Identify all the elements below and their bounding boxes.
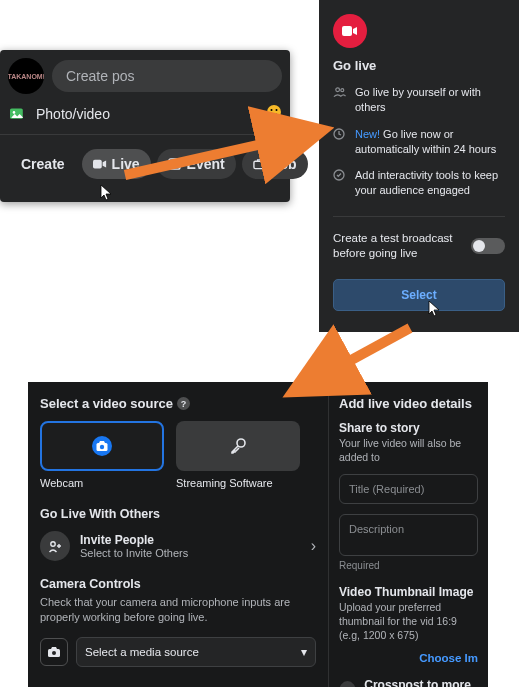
- create-post-panel: TAKANOMI Create pos Photo/video Create L…: [0, 50, 290, 202]
- live-badge-icon: [333, 14, 367, 48]
- svg-point-16: [100, 445, 104, 449]
- svg-point-20: [52, 651, 56, 655]
- select-source-title: Select a video source ?: [40, 396, 316, 411]
- live-setup-panel: Select a video source ? Webcam Streaming…: [28, 382, 488, 687]
- invite-sub: Select to Invite Others: [80, 547, 301, 559]
- tab-create: Create: [10, 149, 76, 179]
- create-post-input[interactable]: Create pos: [52, 60, 282, 92]
- new-tag: New!: [355, 128, 380, 140]
- svg-rect-6: [169, 159, 180, 169]
- svg-rect-9: [342, 26, 352, 36]
- thumbnail-title: Video Thumbnail Image: [339, 585, 478, 599]
- description-input[interactable]: Description: [339, 514, 478, 556]
- share-story-title: Share to story: [339, 421, 478, 435]
- page-avatar[interactable]: TAKANOMI: [8, 58, 44, 94]
- media-source-select[interactable]: Select a media source ▾: [76, 637, 316, 667]
- tab-job[interactable]: Job: [242, 149, 308, 179]
- tab-event[interactable]: Event: [157, 149, 236, 179]
- svg-rect-8: [254, 161, 265, 168]
- thumbnail-desc: Upload your preferred thumbnail for the …: [339, 601, 478, 642]
- svg-point-10: [336, 88, 340, 92]
- people-icon: [333, 85, 347, 115]
- title-input[interactable]: Title (Required): [339, 474, 478, 504]
- feature-row-3: Add interactivity tools to keep your aud…: [333, 168, 505, 198]
- calendar-icon: [168, 157, 182, 171]
- source-webcam[interactable]: [40, 421, 164, 471]
- svg-point-1: [13, 111, 16, 114]
- crosspost-row[interactable]: Crosspost to more Pages: [339, 678, 478, 687]
- invite-people-row[interactable]: Invite People Select to Invite Others ›: [40, 531, 316, 561]
- source-streaming[interactable]: [176, 421, 300, 471]
- svg-point-3: [271, 109, 273, 111]
- camera-controls-title: Camera Controls: [40, 577, 316, 591]
- svg-point-4: [276, 109, 278, 111]
- choose-image-button[interactable]: Choose Im: [339, 652, 478, 664]
- camera-icon: [91, 435, 113, 457]
- feature-row-1: Go live by yourself or with others: [333, 85, 505, 115]
- select-button[interactable]: Select: [333, 279, 505, 311]
- invite-title: Invite People: [80, 533, 301, 547]
- svg-line-22: [300, 328, 410, 388]
- avatar-text: TAKANOMI: [8, 73, 44, 80]
- invite-icon: [40, 531, 70, 561]
- test-broadcast-toggle[interactable]: [471, 238, 505, 254]
- tab-live[interactable]: Live: [82, 149, 151, 179]
- help-icon[interactable]: ?: [177, 397, 190, 410]
- test-broadcast-label: Create a test broadcast before going liv…: [333, 231, 463, 261]
- crosspost-label: Crosspost to more Pages: [364, 678, 478, 687]
- svg-rect-5: [93, 160, 102, 169]
- svg-point-18: [50, 541, 54, 545]
- feeling-icon[interactable]: [266, 104, 282, 124]
- tools-icon: [333, 168, 347, 198]
- feature-2-text: New! Go live now or automatically within…: [355, 127, 505, 157]
- crosspost-icon: [339, 681, 356, 687]
- go-live-panel: Go live Go live by yourself or with othe…: [319, 0, 519, 332]
- tab-event-label: Event: [187, 156, 225, 172]
- tab-live-label: Live: [112, 156, 140, 172]
- photo-video-icon: [8, 106, 28, 122]
- chevron-down-icon: ▾: [301, 645, 307, 659]
- clock-icon: [333, 127, 347, 157]
- go-live-with-title: Go Live With Others: [40, 507, 316, 521]
- key-icon: [229, 437, 247, 455]
- feature-row-2: New! Go live now or automatically within…: [333, 127, 505, 157]
- required-label: Required: [339, 560, 478, 571]
- camera-controls-desc: Check that your camera and microphone in…: [40, 595, 316, 625]
- svg-point-2: [267, 105, 281, 119]
- webcam-label: Webcam: [40, 477, 164, 489]
- camera-small-icon: [40, 638, 68, 666]
- photo-video-label[interactable]: Photo/video: [36, 106, 110, 122]
- go-live-title: Go live: [333, 58, 505, 73]
- streaming-label: Streaming Software: [176, 477, 273, 489]
- share-story-desc: Your live video will also be added to: [339, 437, 478, 464]
- video-icon: [93, 157, 107, 171]
- briefcase-icon: [253, 157, 267, 171]
- svg-point-17: [237, 439, 245, 447]
- feature-3-text: Add interactivity tools to keep your aud…: [355, 168, 505, 198]
- svg-point-11: [341, 89, 344, 92]
- details-title: Add live video details: [339, 396, 478, 411]
- tab-job-label: Job: [272, 156, 297, 172]
- create-tabs: Create Live Event Job: [0, 134, 290, 193]
- chevron-right-icon: ›: [311, 537, 316, 555]
- feature-1-text: Go live by yourself or with others: [355, 85, 505, 115]
